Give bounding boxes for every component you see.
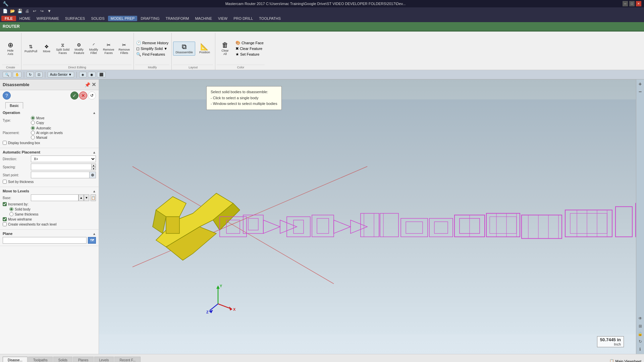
base-down-button[interactable]: ▼ <box>84 194 89 201</box>
remove-faces-button[interactable]: ✂ RemoveFaces <box>101 42 116 56</box>
type-copy-radio[interactable] <box>31 121 35 125</box>
panel-pin-button[interactable]: 📌 <box>85 82 90 87</box>
right-lock[interactable]: 🔒 <box>637 330 644 337</box>
tab-levels[interactable]: Levels <box>94 357 114 362</box>
operation-section-title: Operation <box>3 111 20 115</box>
panel-cancel-button[interactable]: ✕ <box>79 92 87 100</box>
position-button[interactable]: 📐 Position <box>196 42 213 56</box>
move-wireframe-checkbox[interactable] <box>3 217 7 221</box>
clear-feature-button[interactable]: ✖ Clear Feature <box>234 46 265 51</box>
set-feature-button[interactable]: ★ Set Feature <box>234 52 265 57</box>
change-face-button[interactable]: 🎨 Change Face <box>234 40 265 46</box>
menu-transform[interactable]: TRANSFORM <box>163 16 192 21</box>
increment-by-checkbox[interactable] <box>3 202 7 206</box>
vp-zoom-btn[interactable]: 🔍 <box>3 72 11 77</box>
panel-ok-button[interactable]: ✓ <box>70 92 78 100</box>
modify-feature-button[interactable]: ⚙ ModifyFeature <box>72 42 86 56</box>
spacing-input[interactable]: 1.00000 <box>31 164 91 170</box>
qa-print[interactable]: 🖨 <box>24 8 30 14</box>
direct-editing-label: Direct Editing <box>23 65 131 70</box>
plane-pick-button[interactable]: 🗺 <box>88 237 96 244</box>
panel-reset-button[interactable]: ↺ <box>88 92 96 100</box>
spacing-down[interactable]: ▼ <box>91 167 96 170</box>
qa-redo[interactable]: ↪ <box>39 8 45 14</box>
menu-machine[interactable]: MACHINE <box>192 16 215 21</box>
panel-tab-basic[interactable]: Basic <box>5 102 23 109</box>
plane-input[interactable]: Top <box>3 237 87 244</box>
right-minus[interactable]: − <box>637 88 644 95</box>
modify-fillet-button[interactable]: ◜ ModifyFillet <box>87 42 100 56</box>
menu-pro-drill[interactable]: PRO DRILL <box>231 16 256 21</box>
move-button[interactable]: ✥ Move <box>40 43 53 54</box>
tab-recent-f[interactable]: Recent F... <box>114 357 141 362</box>
vp-pan-btn[interactable]: ✋ <box>13 72 21 77</box>
tab-planes[interactable]: Planes <box>73 357 94 362</box>
push-pull-button[interactable]: ⇅ Push/Pull <box>23 43 39 54</box>
minimize-button[interactable]: ─ <box>623 1 628 6</box>
viewsheet-tab[interactable]: 📋 Main Viewsheet <box>609 359 641 362</box>
menu-surfaces[interactable]: SURFACES <box>62 16 88 21</box>
same-thickness-radio[interactable] <box>9 212 13 216</box>
start-point-pick-button[interactable]: ⊕ <box>89 172 96 178</box>
clear-feature-icon: ✖ <box>235 46 239 51</box>
vp-render-btn[interactable]: ⬛ <box>97 72 106 77</box>
simplify-solid-button[interactable]: ◻ Simplify Solid ▼ <box>135 46 169 51</box>
qa-undo[interactable]: ↩ <box>32 8 38 14</box>
sort-thickness-checkbox[interactable] <box>3 180 7 184</box>
placement-origin-radio[interactable] <box>31 131 35 135</box>
base-up-button[interactable]: ▲ <box>78 194 84 201</box>
direction-select[interactable]: X+X-Y+Y-Z+Z- <box>31 156 96 162</box>
menu-drafting[interactable]: DRAFTING <box>138 16 162 21</box>
operation-section-header[interactable]: Operation ▲ <box>3 111 96 115</box>
remove-history-button[interactable]: 🕐 Remove History <box>135 40 169 46</box>
qa-more[interactable]: ▼ <box>46 8 52 14</box>
remove-fillets-button[interactable]: ✂ RemoveFillets <box>117 42 132 56</box>
disassemble-button[interactable]: ⧉ Disassemble <box>173 42 195 56</box>
create-viewsheets-checkbox[interactable] <box>3 222 7 226</box>
menu-view[interactable]: VIEW <box>215 16 230 21</box>
start-point-input[interactable]: 0.0,0.0,0.0 <box>31 172 89 178</box>
vp-fit-btn[interactable]: ⊡ <box>35 72 43 77</box>
auto-placement-header[interactable]: Automatic Placement ▲ <box>3 150 96 154</box>
plane-header[interactable]: Plane ▲ <box>3 232 96 236</box>
base-pick-button[interactable]: 📋 <box>91 194 96 201</box>
vp-shade-btn[interactable]: ◉ <box>88 72 96 77</box>
panel-help-button[interactable]: ? <box>3 92 11 100</box>
base-input[interactable]: 1000 <box>31 194 78 201</box>
right-rotate[interactable]: ↻ <box>637 338 644 345</box>
vp-wire-btn[interactable]: ◈ <box>79 72 87 77</box>
tab-solids[interactable]: Solids <box>53 357 72 362</box>
maximize-button[interactable]: □ <box>629 1 635 6</box>
clear-all-button[interactable]: 🗑 ClearAll <box>217 40 233 57</box>
bounding-box-checkbox[interactable] <box>3 141 7 145</box>
solid-body-radio[interactable] <box>9 207 13 211</box>
vp-view-dropdown[interactable]: Auto·Senior ▼ <box>48 72 74 77</box>
menu-file[interactable]: FILE <box>1 16 16 21</box>
split-solid-button[interactable]: ⧖ Split SolidFaces <box>54 42 71 56</box>
type-move-radio[interactable] <box>31 116 35 120</box>
panel-close-button[interactable]: ✕ <box>92 81 96 88</box>
right-eye[interactable]: 👁 <box>637 315 644 322</box>
vp-rotate-btn[interactable]: ↻ <box>26 72 34 77</box>
menu-wireframe[interactable]: WIREFRAME <box>34 16 62 21</box>
tab-toolpaths[interactable]: Toolpaths <box>28 357 53 362</box>
qa-save[interactable]: 💾 <box>17 8 23 14</box>
qa-open[interactable]: 📂 <box>9 8 15 14</box>
menu-solids[interactable]: SOLIDS <box>88 16 107 21</box>
spacing-up[interactable]: ▲ <box>91 164 96 167</box>
menu-model-prep[interactable]: MODEL PREP <box>108 16 138 21</box>
tab-disassemble[interactable]: Disasse... <box>3 357 28 362</box>
menu-home[interactable]: HOME <box>17 16 33 21</box>
right-plus[interactable]: + <box>637 81 644 87</box>
right-info[interactable]: ℹ <box>637 346 644 353</box>
qa-new[interactable]: 📄 <box>2 8 8 14</box>
viewport[interactable]: Select solid bodies to disassemble: - Cl… <box>99 79 644 354</box>
right-grid[interactable]: ⊞ <box>637 323 644 329</box>
move-levels-header[interactable]: Move to Levels ▲ <box>3 189 96 193</box>
hole-axis-button[interactable]: ⊕ HoleAxis <box>2 40 19 57</box>
placement-auto-radio[interactable] <box>31 126 35 130</box>
close-button[interactable]: ✕ <box>636 1 641 6</box>
find-features-button[interactable]: 🔍 Find Features <box>135 52 169 57</box>
placement-manual-radio[interactable] <box>31 135 35 139</box>
menu-toolpaths[interactable]: TOOLPATHS <box>256 16 283 21</box>
